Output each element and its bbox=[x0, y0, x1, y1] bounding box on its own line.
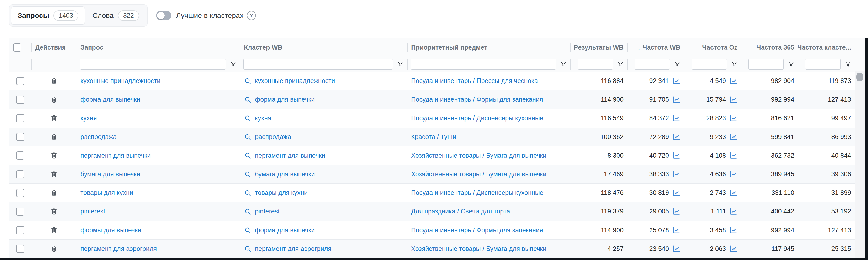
delete-icon[interactable] bbox=[50, 170, 58, 178]
query-link[interactable]: форма для выпечки bbox=[81, 96, 140, 103]
cluster-link[interactable]: товары для кухни bbox=[255, 189, 308, 197]
filter-funnel-icon[interactable] bbox=[844, 61, 851, 68]
freq-cluster-filter-input[interactable] bbox=[805, 59, 841, 70]
delete-icon[interactable] bbox=[50, 133, 58, 141]
line-chart-icon[interactable] bbox=[672, 133, 680, 141]
line-chart-icon[interactable] bbox=[729, 77, 737, 85]
search-icon[interactable] bbox=[244, 115, 252, 122]
column-header-query[interactable]: Запрос bbox=[76, 38, 240, 57]
delete-icon[interactable] bbox=[50, 226, 58, 234]
delete-icon[interactable] bbox=[50, 245, 58, 253]
row-checkbox[interactable] bbox=[16, 245, 24, 253]
cluster-link[interactable]: пергамент для аэрогриля bbox=[255, 245, 331, 253]
cluster-link[interactable]: кухонные принадлежности bbox=[255, 77, 335, 85]
query-link[interactable]: товары для кухни bbox=[81, 189, 133, 197]
line-chart-icon[interactable] bbox=[672, 77, 680, 85]
delete-icon[interactable] bbox=[50, 189, 58, 197]
column-header-freq-cluster[interactable]: Частота класте... bbox=[798, 38, 855, 57]
search-icon[interactable] bbox=[244, 152, 252, 159]
subject-filter-input[interactable] bbox=[411, 59, 556, 70]
query-link[interactable]: кухонные принадлежности bbox=[81, 77, 160, 85]
best-in-clusters-toggle[interactable] bbox=[156, 11, 172, 20]
subject-link[interactable]: Красота / Туши bbox=[411, 133, 456, 141]
line-chart-icon[interactable] bbox=[729, 170, 737, 178]
subject-link[interactable]: Хозяйственные товары / Бумага для выпечк… bbox=[411, 152, 547, 159]
delete-icon[interactable] bbox=[50, 152, 58, 159]
query-filter-input[interactable] bbox=[80, 59, 226, 70]
cluster-link[interactable]: распродажа bbox=[255, 133, 291, 141]
cluster-link[interactable]: форма для выпечки bbox=[255, 96, 315, 103]
subject-link[interactable]: Для праздника / Свечи для торта bbox=[411, 208, 510, 215]
column-header-priority-subject[interactable]: Приоритетный предмет bbox=[407, 38, 570, 57]
search-icon[interactable] bbox=[244, 133, 252, 141]
line-chart-icon[interactable] bbox=[672, 245, 680, 253]
query-link[interactable]: распродажа bbox=[81, 133, 117, 141]
freq-oz-filter-input[interactable] bbox=[691, 59, 727, 70]
line-chart-icon[interactable] bbox=[729, 133, 737, 141]
query-link[interactable]: пергамент для аэрогриля bbox=[81, 245, 157, 253]
line-chart-icon[interactable] bbox=[729, 226, 737, 234]
query-link[interactable]: кухня bbox=[81, 115, 97, 122]
delete-icon[interactable] bbox=[50, 96, 58, 103]
cluster-filter-input[interactable] bbox=[244, 59, 393, 70]
line-chart-icon[interactable] bbox=[672, 189, 680, 197]
cluster-link[interactable]: бумага для выпечки bbox=[255, 170, 315, 178]
column-header-freq-wb[interactable]: ↓ Частота WB bbox=[627, 38, 684, 57]
scrollbar-thumb[interactable] bbox=[856, 73, 863, 82]
row-checkbox[interactable] bbox=[16, 114, 24, 122]
line-chart-icon[interactable] bbox=[672, 114, 680, 122]
cluster-link[interactable]: кухня bbox=[255, 115, 272, 122]
query-link[interactable]: pinterest bbox=[81, 208, 105, 215]
search-icon[interactable] bbox=[244, 245, 252, 253]
query-link[interactable]: бумага для выпечки bbox=[81, 170, 141, 178]
search-icon[interactable] bbox=[244, 189, 252, 197]
delete-icon[interactable] bbox=[50, 208, 58, 216]
row-checkbox[interactable] bbox=[16, 96, 24, 104]
help-icon[interactable]: ? bbox=[247, 11, 256, 20]
search-icon[interactable] bbox=[244, 170, 252, 178]
cluster-link[interactable]: пергамент для выпечки bbox=[255, 152, 325, 159]
subject-link[interactable]: Посуда и инвентарь / Диспенсеры кухонные bbox=[411, 189, 543, 197]
subject-link[interactable]: Посуда и инвентарь / Диспенсеры кухонные bbox=[411, 115, 543, 122]
filter-funnel-icon[interactable] bbox=[617, 61, 624, 68]
subject-link[interactable]: Посуда и инвентарь / Формы для запекания bbox=[411, 227, 543, 234]
subject-link[interactable]: Хозяйственные товары / Бумага для выпечк… bbox=[411, 170, 547, 178]
search-icon[interactable] bbox=[244, 208, 252, 216]
line-chart-icon[interactable] bbox=[729, 114, 737, 122]
line-chart-icon[interactable] bbox=[729, 189, 737, 197]
row-checkbox[interactable] bbox=[16, 133, 24, 141]
column-header-cluster-wb[interactable]: Кластер WB bbox=[240, 38, 407, 57]
query-link[interactable]: формы для выпечки bbox=[81, 227, 141, 234]
freq-365-filter-input[interactable] bbox=[748, 59, 784, 70]
line-chart-icon[interactable] bbox=[729, 96, 737, 104]
row-checkbox[interactable] bbox=[16, 170, 24, 178]
delete-icon[interactable] bbox=[50, 77, 58, 85]
line-chart-icon[interactable] bbox=[729, 245, 737, 253]
line-chart-icon[interactable] bbox=[672, 207, 680, 216]
row-checkbox[interactable] bbox=[16, 207, 24, 216]
row-checkbox[interactable] bbox=[16, 189, 24, 197]
select-all-checkbox[interactable] bbox=[13, 43, 21, 52]
line-chart-icon[interactable] bbox=[672, 226, 680, 234]
delete-icon[interactable] bbox=[50, 115, 58, 122]
filter-funnel-icon[interactable] bbox=[230, 61, 237, 68]
search-icon[interactable] bbox=[244, 226, 252, 234]
line-chart-icon[interactable] bbox=[672, 152, 680, 160]
row-checkbox[interactable] bbox=[16, 226, 24, 234]
tab-words[interactable]: Слова 322 bbox=[86, 6, 145, 25]
search-icon[interactable] bbox=[244, 77, 252, 85]
results-wb-filter-input[interactable] bbox=[578, 59, 613, 70]
column-header-results-wb[interactable]: Результаты WB bbox=[570, 38, 627, 57]
line-chart-icon[interactable] bbox=[672, 96, 680, 104]
freq-wb-filter-input[interactable] bbox=[634, 59, 670, 70]
search-icon[interactable] bbox=[244, 96, 252, 103]
line-chart-icon[interactable] bbox=[729, 152, 737, 160]
line-chart-icon[interactable] bbox=[672, 170, 680, 178]
subject-link[interactable]: Посуда и инвентарь / Прессы для чеснока bbox=[411, 77, 538, 85]
subject-link[interactable]: Посуда и инвентарь / Формы для запекания bbox=[411, 96, 543, 103]
filter-funnel-icon[interactable] bbox=[560, 61, 567, 68]
tab-queries[interactable]: Запросы 1403 bbox=[11, 6, 85, 25]
vertical-scrollbar[interactable] bbox=[855, 71, 865, 258]
column-header-freq-oz[interactable]: Частота Oz bbox=[684, 38, 741, 57]
row-checkbox[interactable] bbox=[16, 152, 24, 160]
